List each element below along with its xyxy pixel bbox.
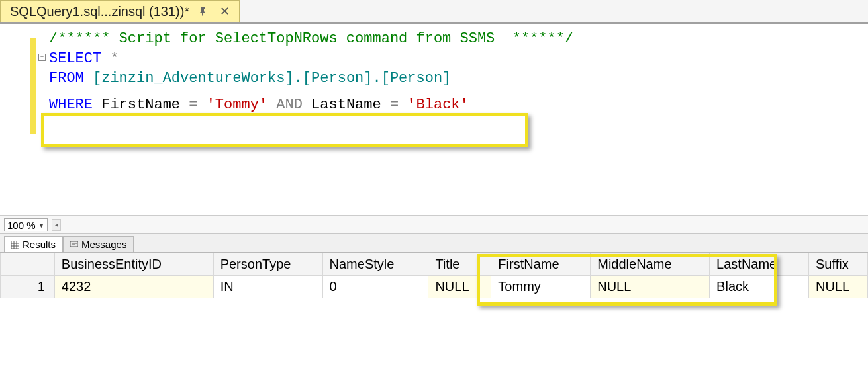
tab-messages-label: Messages: [81, 239, 126, 250]
collapse-toggle-icon[interactable]: −: [38, 54, 46, 61]
code-comment: /****** Script for SelectTopNRows comman…: [49, 30, 573, 47]
cell-namestyle[interactable]: 0: [322, 276, 428, 298]
where-val2: 'Black': [399, 97, 469, 113]
where-val1: 'Tommy': [197, 97, 276, 113]
kw-where: WHERE: [49, 97, 93, 113]
sql-editor[interactable]: − /****** Script for SelectTopNRows comm…: [0, 24, 868, 216]
from-identifiers: [zinzin_AdventureWorks].[Person].[Person…: [84, 70, 452, 87]
pin-icon[interactable]: [199, 7, 208, 16]
annotation-highlight-where: [41, 113, 528, 147]
cell-suffix[interactable]: NULL: [808, 276, 867, 298]
cell-firstname[interactable]: Tommy: [491, 276, 591, 298]
header-middlename[interactable]: MiddleName: [591, 253, 710, 276]
header-firstname[interactable]: FirstName: [491, 253, 591, 276]
collapse-guide: [42, 62, 42, 130]
kw-from: FROM: [49, 70, 84, 87]
document-tab-title: SQLQuery1.sql...zinsql (131))*: [10, 4, 189, 19]
document-tab[interactable]: SQLQuery1.sql...zinsql (131))* ✕: [0, 0, 240, 22]
eq1: =: [189, 97, 197, 113]
code-star: *: [101, 50, 119, 67]
svg-rect-5: [70, 241, 78, 247]
svg-rect-0: [11, 241, 19, 249]
scroll-left-button[interactable]: ◂: [52, 219, 61, 231]
where-col2: LastName: [303, 97, 390, 113]
header-rownum[interactable]: [1, 253, 55, 276]
row-number: 1: [1, 276, 55, 298]
results-grid[interactable]: BusinessEntityID PersonType NameStyle Ti…: [0, 253, 868, 298]
grid-icon: [11, 241, 19, 249]
document-tab-bar: SQLQuery1.sql...zinsql (131))* ✕: [0, 0, 868, 24]
header-businessentityid[interactable]: BusinessEntityID: [54, 253, 213, 276]
table-row[interactable]: 1 4232 IN 0 NULL Tommy NULL Black NULL: [1, 276, 868, 298]
kw-and: AND: [276, 97, 303, 113]
tab-messages[interactable]: Messages: [63, 236, 134, 252]
output-tabs: Results Messages: [0, 234, 868, 253]
chevron-down-icon: ▼: [38, 222, 45, 229]
header-persontype[interactable]: PersonType: [213, 253, 322, 276]
messages-icon: [70, 241, 78, 249]
cell-persontype[interactable]: IN: [213, 276, 322, 298]
header-suffix[interactable]: Suffix: [808, 253, 867, 276]
code-content: /****** Script for SelectTopNRows comman…: [49, 29, 573, 115]
zoom-value: 100 %: [7, 220, 36, 231]
results-grid-wrapper: BusinessEntityID PersonType NameStyle Ti…: [0, 253, 868, 349]
where-col1: FirstName: [93, 97, 189, 113]
header-row: BusinessEntityID PersonType NameStyle Ti…: [1, 253, 868, 276]
header-lastname[interactable]: LastName: [710, 253, 809, 276]
tab-results[interactable]: Results: [4, 236, 63, 252]
editor-status-bar: 100 % ▼ ◂: [0, 216, 868, 234]
close-icon[interactable]: ✕: [217, 4, 232, 19]
tab-results-label: Results: [23, 239, 56, 250]
cell-lastname[interactable]: Black: [710, 276, 809, 298]
kw-select: SELECT: [49, 50, 101, 67]
header-title[interactable]: Title: [428, 253, 491, 276]
change-marker: [30, 38, 36, 134]
cell-title[interactable]: NULL: [428, 276, 491, 298]
cell-middlename[interactable]: NULL: [591, 276, 710, 298]
header-namestyle[interactable]: NameStyle: [322, 253, 428, 276]
eq2: =: [390, 97, 399, 113]
zoom-dropdown[interactable]: 100 % ▼: [4, 218, 48, 231]
cell-businessentityid[interactable]: 4232: [54, 276, 213, 298]
